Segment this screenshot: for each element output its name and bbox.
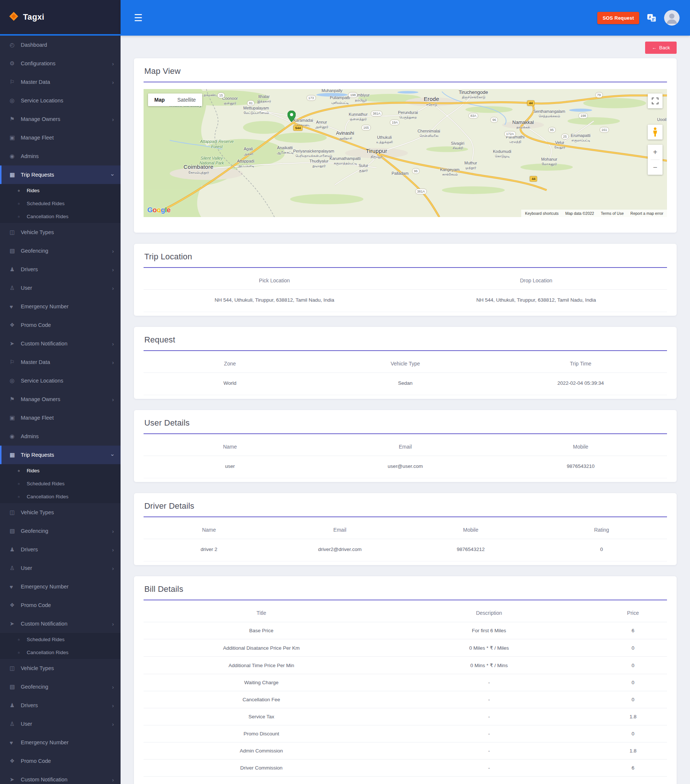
sidebar-item-master-data[interactable]: ⚐Master Data› [0,73,120,91]
sidebar-item-service-locations[interactable]: ◎Service Locations [0,91,120,110]
sidebar-item-emergency-number[interactable]: ♥Emergency Number [0,297,120,316]
map-place-label: Namakkalநாமக்கல் [512,119,534,129]
sidebar-item-drivers[interactable]: ♟Drivers› [0,540,120,559]
menu-toggle-button[interactable]: ☰ [130,10,146,26]
map-place-label: Senthamangalamசெந்தமங்கலம் [533,109,565,118]
pegman-icon[interactable] [648,125,662,140]
sidebar-item-custom-notification[interactable]: ➤Custom Notification› [0,770,120,784]
map-place-label: Coonoorகுன்னூர் [222,96,238,105]
sidebar-subitem-scheduled-rides[interactable]: ○Scheduled Rides [0,197,120,210]
bill-description: - [379,674,599,691]
sidebar-item-label: Master Data [21,359,112,365]
sidebar-item-user[interactable]: ♙User› [0,278,120,297]
sidebar-item-promo-code[interactable]: ❖Promo Code [0,752,120,770]
bill-title: Service Tax [143,708,379,725]
sidebar-item-drivers[interactable]: ♟Drivers› [0,696,120,715]
column-header: Drop Location [405,268,667,290]
sidebar-item-manage-owners[interactable]: ⚑Manage Owners› [0,390,120,408]
user-details-table: Name Email Mobile user user@user.com 987… [143,434,667,478]
google-map[interactable]: உதகமண்டலம்MuhanpallyCoonoorகுன்னூர்Ithal… [143,89,667,217]
map-place-label: Thudiyalurதுடியலூர் [310,159,328,168]
sidebar-subitem-scheduled-rides[interactable]: ○Scheduled Rides [0,477,120,490]
map-place-label: Attappadi Reserve Forest [200,139,234,149]
sidebar-item-emergency-number[interactable]: ♥Emergency Number [0,577,120,596]
sidebar-item-custom-notification[interactable]: ➤Custom Notification› [0,614,120,633]
fullscreen-icon[interactable] [648,94,662,108]
map-type-satellite-button[interactable]: Satellite [171,94,202,106]
report-map-error-link[interactable]: Report a map error [630,211,663,216]
gift-icon: ❖ [10,322,21,328]
sidebar-subitem-cancellation-rides[interactable]: ○Cancellation Rides [0,490,120,503]
sidebar-item-manage-fleet[interactable]: ▣Manage Fleet [0,128,120,147]
terms-of-use-link[interactable]: Terms of Use [601,211,624,216]
map-place-label: Erumapattiஎருமாப்பட்டி [571,133,591,142]
sidebar-item-emergency-number[interactable]: ♥Emergency Number [0,733,120,752]
sidebar-item-vehicle-types[interactable]: ◫Vehicle Types [0,503,120,522]
gift-icon: ❖ [10,602,21,608]
sidebar-item-trip-requests[interactable]: ▦Trip Requests› [0,165,120,184]
translate-icon[interactable]: A [647,13,657,23]
bill-details-card: Bill Details Title Description Price Bas… [134,576,677,784]
sidebar-item-admins[interactable]: ◉Admins [0,147,120,165]
sidebar-item-service-locations[interactable]: ◎Service Locations [0,371,120,390]
sidebar-item-vehicle-types[interactable]: ◫Vehicle Types [0,223,120,242]
sidebar-item-custom-notification[interactable]: ➤Custom Notification› [0,334,120,353]
map-place-label: Coimbatoreகோயம்புத்தூர் [184,164,214,175]
place-name: Chennimalai [417,129,440,133]
vehicle-car-icon: ◫ [10,229,21,236]
sidebar-item-geofencing[interactable]: ▧Geofencing› [0,677,120,696]
radio-circle-icon: ○ [18,495,27,499]
bill-price: 0 [599,674,667,691]
avatar[interactable] [664,10,680,26]
sidebar-item-label: Drivers [21,267,112,272]
column-header: Zone [143,351,316,373]
sidebar-item-vehicle-types[interactable]: ◫Vehicle Types [0,659,120,677]
sidebar-item-manage-owners[interactable]: ⚑Manage Owners› [0,110,120,128]
sidebar-item-master-data[interactable]: ⚐Master Data› [0,353,120,371]
sidebar-item-admins[interactable]: ◉Admins [0,427,120,446]
sidebar-item-user[interactable]: ♙User› [0,715,120,733]
route-shield: 79 [595,92,603,97]
zoom-in-button[interactable]: + [648,145,662,160]
sidebar-subitem-rides[interactable]: ○Rides [0,184,120,197]
sidebar-item-geofencing[interactable]: ▧Geofencing› [0,522,120,540]
back-button[interactable]: ← Back [645,41,677,54]
sidebar-item-trip-requests[interactable]: ▦Trip Requests› [0,446,120,464]
sidebar-item-user[interactable]: ♙User› [0,559,120,577]
map-place-label: Avinashiஅவிநாசி [336,130,354,140]
column-header: Vehicle Type [316,351,494,373]
sidebar-item-label: Dashboard [21,42,114,48]
place-name-tamil: மேட்டுப்பாளையம் [243,110,269,115]
radio-circle-icon: ○ [18,469,27,473]
user-mobile-value: 9876543210 [494,456,667,478]
column-header: Price [599,600,667,622]
google-logo[interactable]: Google [147,206,170,214]
sidebar-item-promo-code[interactable]: ❖Promo Code [0,596,120,614]
brand[interactable]: Tagxi [0,0,120,36]
sidebar-subitem-rides[interactable]: ○Rides [0,464,120,477]
place-name: Attappadi [237,159,254,164]
place-name: Velur [554,140,565,145]
sidebar-item-dashboard[interactable]: ◴Dashboard [0,36,120,54]
route-shield: 44 [527,100,535,106]
sidebar-item-drivers[interactable]: ♟Drivers› [0,260,120,278]
sidebar-subitem-cancellation-rides[interactable]: ○Cancellation Rides [0,646,120,659]
sidebar-item-configurations[interactable]: ⚙Configurations› [0,54,120,73]
chevron-right-icon: › [112,116,114,122]
bill-description: - [379,725,599,743]
card-title-wrap: Map View [143,58,667,82]
chevron-right-icon: › [112,684,114,690]
place-name-tamil: நம்பியூர் [352,97,369,102]
column-header: Email [316,434,494,456]
route-shield: 96 [491,117,498,122]
sidebar-subitem-cancellation-rides[interactable]: ○Cancellation Rides [0,210,120,223]
sidebar-item-manage-fleet[interactable]: ▣Manage Fleet [0,408,120,427]
sos-request-button[interactable]: SOS Request [597,12,639,24]
sidebar-item-promo-code[interactable]: ❖Promo Code [0,316,120,334]
keyboard-shortcuts-link[interactable]: Keyboard shortcuts [525,211,558,216]
sidebar-subitem-scheduled-rides[interactable]: ○Scheduled Rides [0,633,120,646]
map-type-map-button[interactable]: Map [148,94,171,106]
sidebar-item-label: Service Locations [21,97,114,104]
zoom-out-button[interactable]: − [648,160,662,175]
sidebar-item-geofencing[interactable]: ▧Geofencing› [0,242,120,260]
